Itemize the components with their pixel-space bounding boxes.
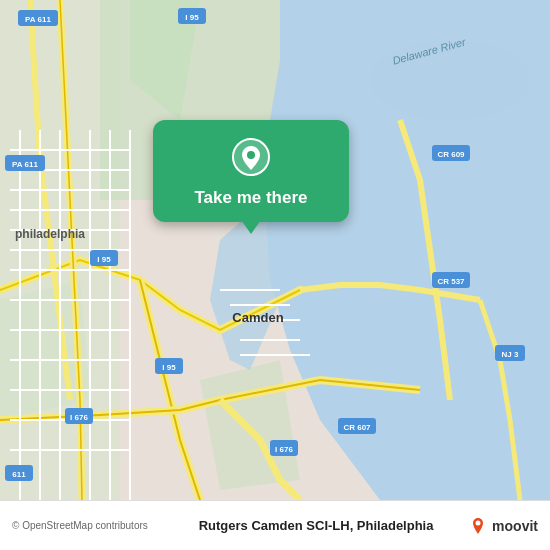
svg-text:I 676: I 676	[275, 445, 293, 454]
svg-text:I 95: I 95	[162, 363, 176, 372]
svg-text:philadelphia: philadelphia	[15, 227, 85, 241]
svg-text:I 95: I 95	[185, 13, 199, 22]
svg-point-62	[247, 151, 255, 159]
svg-text:I 95: I 95	[97, 255, 111, 264]
svg-text:CR 537: CR 537	[437, 277, 465, 286]
svg-text:NJ 3: NJ 3	[502, 350, 519, 359]
moovit-text: moovit	[492, 518, 538, 534]
svg-point-9	[370, 40, 530, 120]
copyright-text: © OpenStreetMap contributors	[12, 520, 164, 531]
moovit-pin-icon	[468, 516, 488, 536]
bottom-bar: © OpenStreetMap contributors Rutgers Cam…	[0, 500, 550, 550]
svg-text:Camden: Camden	[232, 310, 283, 325]
svg-point-63	[476, 520, 481, 525]
location-pin-icon	[230, 136, 272, 178]
svg-text:I 676: I 676	[70, 413, 88, 422]
svg-text:611: 611	[12, 470, 26, 479]
svg-text:CR 609: CR 609	[437, 150, 465, 159]
moovit-logo: moovit	[468, 516, 538, 536]
popup-card[interactable]: Take me there	[153, 120, 349, 222]
location-info: Rutgers Camden SCI-LH, Philadelphia	[164, 518, 468, 533]
svg-text:PA 611: PA 611	[25, 15, 51, 24]
svg-text:PA 611: PA 611	[12, 160, 38, 169]
svg-text:CR 607: CR 607	[343, 423, 371, 432]
popup-label: Take me there	[194, 188, 307, 208]
map-container[interactable]: PA 611 PA 611 I 95 I 95 I 95 CR 609 CR 5…	[0, 0, 550, 500]
